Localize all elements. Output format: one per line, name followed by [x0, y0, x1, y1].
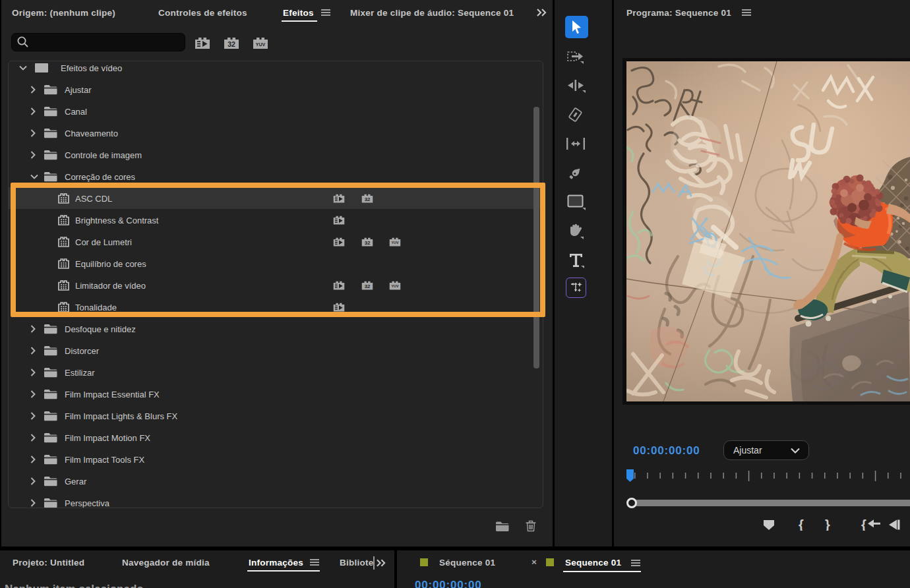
- svg-text:{: {: [799, 519, 804, 531]
- svg-text:}: }: [825, 519, 830, 531]
- svg-text:{: {: [861, 519, 866, 531]
- svg-text:32: 32: [228, 40, 235, 48]
- svg-text:YUV: YUV: [256, 42, 266, 47]
